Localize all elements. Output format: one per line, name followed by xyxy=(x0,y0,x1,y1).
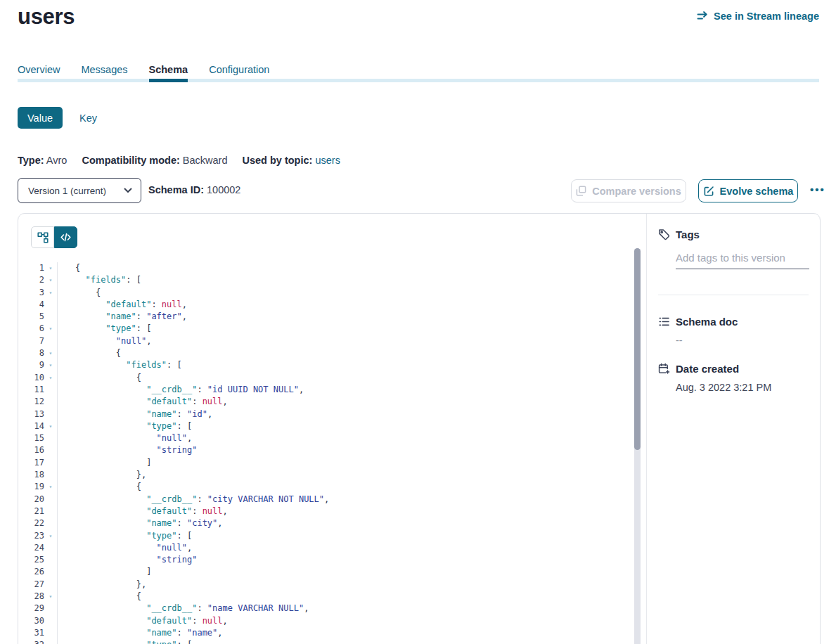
fold-arrow-placeholder xyxy=(44,335,57,347)
code-text: ] xyxy=(57,566,151,578)
type-label: Type: xyxy=(18,155,44,166)
line-number: 3 xyxy=(18,287,44,299)
version-select[interactable]: Version 1 (current) xyxy=(18,178,141,203)
line-number: 16 xyxy=(18,444,44,456)
fold-arrow-placeholder xyxy=(44,469,57,481)
evolve-schema-icon xyxy=(703,186,714,197)
code-text: "__crdb__": "city VARCHAR NOT NULL", xyxy=(57,494,329,505)
line-number: 25 xyxy=(18,554,44,566)
line-number: 6 xyxy=(18,323,44,335)
code-text: "name": "name", xyxy=(57,627,223,639)
line-number: 20 xyxy=(18,494,44,505)
code-line: 16 "string" xyxy=(18,444,629,456)
fold-arrow-placeholder xyxy=(44,505,57,517)
editor-scrollbar-thumb[interactable] xyxy=(634,248,641,450)
evolve-schema-button[interactable]: Evolve schema xyxy=(698,179,798,202)
value-key-toggle: Value Key xyxy=(18,107,97,129)
line-number: 11 xyxy=(18,384,44,396)
tree-view-button[interactable] xyxy=(31,226,54,248)
schema-doc-section-heading: Schema doc xyxy=(658,316,809,328)
code-text: "name": "city", xyxy=(57,517,223,529)
schema-card: 1▾{2▾ "fields": [3▾ {4 "default": null,5… xyxy=(18,213,821,644)
compatibility-label: Compatibility mode: xyxy=(82,155,179,166)
fold-arrow-icon[interactable]: ▾ xyxy=(44,323,57,335)
code-text: "type": [ xyxy=(57,420,192,432)
code-line: 11 "__crdb__": "id UUID NOT NULL", xyxy=(18,384,629,396)
code-line: 25 "string" xyxy=(18,554,629,566)
tab-schema[interactable]: Schema xyxy=(149,64,188,85)
code-text: "fields": [ xyxy=(57,359,182,371)
code-text: }, xyxy=(57,579,146,591)
code-line: 19▾ { xyxy=(18,481,629,493)
line-number: 32 xyxy=(18,639,44,644)
code-line: 14▾ "type": [ xyxy=(18,420,629,432)
code-text: "type": [ xyxy=(57,639,192,644)
line-number: 19 xyxy=(18,481,44,493)
version-select-value: Version 1 (current) xyxy=(28,186,106,196)
value-tab-button[interactable]: Value xyxy=(18,107,63,129)
code-text: ] xyxy=(57,457,151,469)
fold-arrow-placeholder xyxy=(44,615,57,627)
editor-scrollbar-track[interactable] xyxy=(634,248,641,644)
evolve-schema-label: Evolve schema xyxy=(720,186,794,197)
fold-arrow-placeholder xyxy=(44,457,57,469)
fold-arrow-icon[interactable]: ▾ xyxy=(44,274,57,286)
fold-arrow-icon[interactable]: ▾ xyxy=(44,591,57,603)
fold-arrow-icon[interactable]: ▾ xyxy=(44,420,57,432)
fold-arrow-placeholder xyxy=(44,408,57,420)
code-view-button[interactable] xyxy=(54,226,77,248)
add-tags-input[interactable] xyxy=(676,252,809,269)
date-created-value: Aug. 3 2022 3:21 PM xyxy=(676,382,809,393)
code-line: 23▾ "type": [ xyxy=(18,530,629,542)
schema-id-value: 100002 xyxy=(207,184,240,195)
fold-arrow-placeholder xyxy=(44,311,57,323)
fold-arrow-icon[interactable]: ▾ xyxy=(44,287,57,299)
code-line: 1▾{ xyxy=(18,262,629,274)
stream-lineage-label: See in Stream lineage xyxy=(714,11,819,22)
topic-link[interactable]: users xyxy=(315,155,340,166)
code-line: 3▾ { xyxy=(18,287,629,299)
schema-doc-heading: Schema doc xyxy=(676,316,738,328)
code-text: { xyxy=(57,347,121,359)
line-number: 8 xyxy=(18,347,44,359)
line-number: 10 xyxy=(18,372,44,384)
fold-arrow-icon[interactable]: ▾ xyxy=(44,639,57,644)
fold-arrow-placeholder xyxy=(44,432,57,444)
schema-doc-value: -- xyxy=(676,335,809,346)
code-text: "default": null, xyxy=(57,396,228,408)
fold-arrow-icon[interactable]: ▾ xyxy=(44,481,57,493)
fold-arrow-icon[interactable]: ▾ xyxy=(44,347,57,359)
code-text: { xyxy=(57,591,141,603)
code-text: "__crdb__": "name VARCHAR NULL", xyxy=(57,603,309,614)
code-line: 20 "__crdb__": "city VARCHAR NOT NULL", xyxy=(18,494,629,505)
line-number: 27 xyxy=(18,579,44,591)
fold-arrow-placeholder xyxy=(44,603,57,614)
stream-lineage-link[interactable]: See in Stream lineage xyxy=(697,11,819,22)
code-line: 31 "name": "name", xyxy=(18,627,629,639)
compatibility-value: Backward xyxy=(183,155,228,166)
compare-versions-label: Compare versions xyxy=(592,186,681,197)
fold-arrow-icon[interactable]: ▾ xyxy=(44,359,57,371)
fold-arrow-icon[interactable]: ▾ xyxy=(44,262,57,274)
code-lines: 1▾{2▾ "fields": [3▾ {4 "default": null,5… xyxy=(18,262,629,644)
code-text: "default": null, xyxy=(57,615,228,627)
code-text: "__crdb__": "id UUID NOT NULL", xyxy=(57,384,304,396)
code-line: 7 "null", xyxy=(18,335,629,347)
more-actions-button[interactable]: ••• xyxy=(804,178,832,201)
code-text: { xyxy=(57,287,101,299)
date-created-section-heading: Date created xyxy=(658,363,809,375)
key-tab-button[interactable]: Key xyxy=(79,112,97,124)
line-number: 26 xyxy=(18,566,44,578)
line-number: 14 xyxy=(18,420,44,432)
code-text: }, xyxy=(57,469,146,481)
compare-versions-button[interactable]: Compare versions xyxy=(571,179,686,202)
code-line: 24 "null", xyxy=(18,542,629,554)
fold-arrow-icon[interactable]: ▾ xyxy=(44,372,57,384)
code-line: 13 "name": "id", xyxy=(18,408,629,420)
code-line: 4 "default": null, xyxy=(18,299,629,311)
page-title: users xyxy=(18,4,75,30)
code-text: "default": null, xyxy=(57,299,187,311)
code-text: { xyxy=(57,372,141,384)
line-number: 22 xyxy=(18,517,44,529)
fold-arrow-icon[interactable]: ▾ xyxy=(44,530,57,542)
